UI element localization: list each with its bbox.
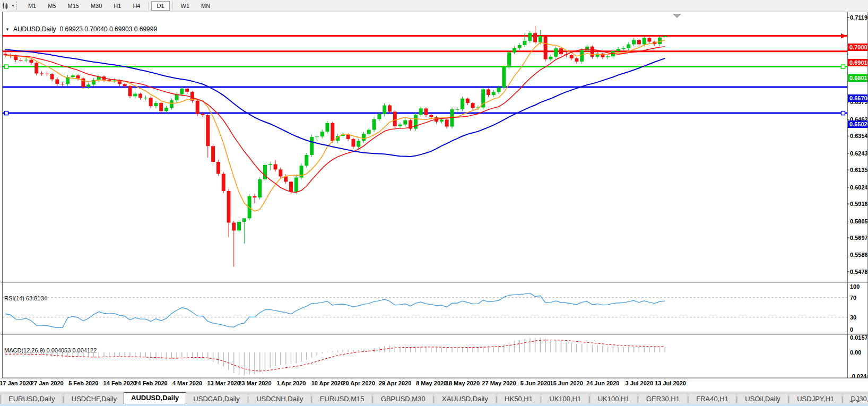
date-axis-label: 5 Jun 2020	[520, 380, 550, 386]
chart-symbol-period: AUDUSD,Daily	[13, 25, 56, 33]
chart-ohlc-quote: 0.69923 0.70040 0.69903 0.69999	[60, 25, 158, 33]
rsi-indicator-label: RSI(14) 63.8134	[4, 295, 47, 301]
window-bottom-strip	[0, 404, 868, 406]
chart-tab-audusd-daily[interactable]: AUDUSD,Daily	[124, 392, 186, 404]
date-axis-label: 5 Feb 2020	[68, 380, 98, 386]
date-axis-label: 24 Feb 2020	[134, 380, 167, 386]
chart-tab-usoil-daily[interactable]: USOil,Daily	[738, 394, 787, 404]
date-axis-label: 29 Apr 2020	[379, 380, 411, 386]
toolbar-separator	[148, 2, 149, 10]
price-level-badge: 0.68017	[848, 74, 868, 82]
chart-window: ▼ AUDUSD,Daily 0.69923 0.70040 0.69903 0…	[0, 11, 868, 392]
price-tick-label: 0.58050	[850, 218, 868, 224]
date-axis-label: 15 Jun 2020	[550, 380, 583, 386]
price-tick-label: 0.55860	[850, 252, 868, 258]
price-tick-label: 0.71190	[850, 14, 868, 21]
rsi-tick-label: 30	[850, 314, 856, 321]
chart-tab-bar: EURUSD,Daily|USDCHF,DailyAUDUSD,DailyUSD…	[0, 392, 868, 404]
macd-indicator-label: MACD(12,26,9) 0.004053 0.004122	[4, 347, 97, 353]
date-axis-label: 14 Feb 2020	[103, 380, 136, 386]
timeframe-button-d1[interactable]: D1	[151, 1, 169, 11]
chart-title: ▼ AUDUSD,Daily 0.69923 0.70040 0.69903 0…	[5, 25, 157, 33]
price-level-badge: 0.70007	[848, 44, 868, 51]
toolbar-grip[interactable]	[16, 2, 19, 10]
chart-tab-usdjpy-h1[interactable]: USDJPY,H1	[790, 394, 841, 404]
timeframe-button-h1[interactable]: H1	[108, 1, 126, 11]
chart-tab-ger30-h1[interactable]: GER30,H1	[639, 394, 687, 404]
date-axis-label: 1 Apr 2020	[276, 380, 306, 386]
date-axis-label: 20 Apr 2020	[342, 380, 375, 386]
timeframe-button-w1[interactable]: W1	[176, 1, 195, 11]
chart-tab-uk100-h1[interactable]: UK100,H1	[542, 394, 588, 404]
date-axis-label: 13 Mar 2020	[207, 380, 240, 386]
timeframe-button-h4[interactable]: H4	[127, 1, 145, 11]
macd-tick-label: 0.015743	[850, 334, 868, 341]
date-axis-label: 8 May 2020	[416, 380, 447, 386]
timeframe-button-m15[interactable]: M15	[63, 1, 84, 11]
date-axis-label: 10 Apr 2020	[311, 380, 344, 386]
candlestick-glyph	[2, 2, 10, 10]
window-menu-icon[interactable]: ▼	[5, 27, 10, 32]
price-tick-label: 0.56970	[850, 235, 868, 241]
rsi-tick-label: 100	[850, 283, 860, 290]
tab-scroll-right-icon[interactable]: ▸	[857, 398, 864, 404]
candlestick-chart-icon[interactable]: ▼	[2, 2, 15, 10]
date-axis-label: 18 May 2020	[446, 380, 480, 386]
date-axis-label: 27 Jan 2020	[31, 380, 64, 386]
timeframe-button-m5[interactable]: M5	[42, 1, 61, 11]
mt4-window: { "toolbar": { "timeframes": ["M1","M5",…	[0, 0, 868, 406]
chart-tab-usdcnh-daily[interactable]: USDCNH,Daily	[249, 394, 310, 404]
price-level-badge: 0.69010	[848, 59, 868, 66]
timeframe-buttons: M1M5M15M30H1H4D1W1MN	[22, 1, 216, 11]
chart-tab-eurusd-daily[interactable]: EURUSD,Daily	[2, 394, 62, 404]
date-axis-label: 17 Jan 2020	[0, 380, 32, 386]
date-axis-label: 4 Mar 2020	[172, 380, 202, 386]
timeframe-button-m1[interactable]: M1	[23, 1, 41, 11]
date-axis-label: 27 May 2020	[482, 380, 516, 386]
date-axis-label: 23 Mar 2020	[238, 380, 271, 386]
chart-tab-usdcad-daily[interactable]: USDCAD,Daily	[186, 394, 246, 404]
chart-type-dropdown-icon[interactable]: ▼	[11, 4, 15, 7]
chart-tab-hk50-h1[interactable]: HK50,H1	[498, 394, 540, 404]
price-tick-label: 0.60240	[850, 184, 868, 191]
price-tick-label: 0.63540	[850, 133, 868, 139]
price-level-badge: 0.66706	[848, 94, 868, 102]
price-tick-label: 0.59160	[850, 201, 868, 207]
timeframe-button-mn[interactable]: MN	[196, 1, 215, 11]
chart-tab-eurusd-m15[interactable]: EURUSD,M15	[313, 394, 371, 404]
toolbar-separator	[172, 2, 173, 10]
chart-tab-gbpusd-m30[interactable]: GBPUSD,M30	[374, 394, 432, 404]
macd-tick-label: 0.00	[850, 349, 861, 356]
macd-tick-label: -0.024416	[850, 373, 868, 379]
chart-tab-xauusd-daily[interactable]: XAUUSD,Daily	[435, 394, 495, 404]
price-tick-label: 0.61350	[850, 167, 868, 173]
date-axis-label: 3 Jul 2020	[626, 380, 654, 386]
price-level-badge: 0.65020	[848, 120, 868, 128]
tab-bar-stub	[0, 395, 1, 404]
date-axis-label: 24 Jun 2020	[586, 380, 619, 386]
price-tick-label: 0.62430	[850, 150, 868, 157]
timeframe-toolbar: ▼ M1M5M15M30H1H4D1W1MN	[0, 0, 868, 12]
tab-scroll-arrows: ◂▸	[850, 398, 864, 404]
chart-tab-fra40-h1[interactable]: FRA40,H1	[689, 394, 735, 404]
date-axis-label: 13 Jul 2020	[655, 380, 686, 386]
tab-scroll-left-icon[interactable]: ◂	[850, 398, 857, 404]
chart-tab-usdchf-daily[interactable]: USDCHF,Daily	[65, 394, 124, 404]
chart-tab-uk100-h1[interactable]: UK100,H1	[591, 394, 637, 404]
timeframe-button-m30[interactable]: M30	[85, 1, 107, 11]
rsi-tick-label: 70	[850, 295, 856, 301]
rsi-tick-label: 0	[850, 326, 853, 333]
price-tick-label: 0.54780	[850, 269, 868, 275]
